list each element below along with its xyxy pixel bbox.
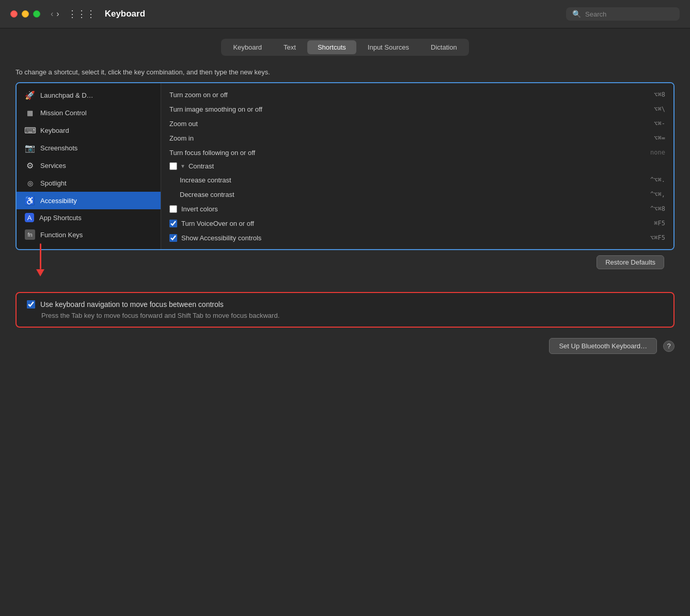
shortcut-label: Zoom in: [169, 134, 650, 142]
voiceover-checkbox[interactable]: [169, 220, 177, 227]
shortcut-key: ^⌥⌘8: [650, 205, 665, 212]
search-input[interactable]: [585, 10, 668, 18]
screenshots-icon: 📷: [25, 143, 35, 153]
shortcuts-panel: 🚀 Launchpad & D… ▦ Mission Control ⌨ Key…: [15, 82, 675, 250]
search-bar[interactable]: 🔍: [566, 7, 680, 21]
traffic-lights: [10, 10, 40, 18]
keyboard-nav-row: Use keyboard navigation to move focus be…: [27, 300, 663, 309]
tabs: Keyboard Text Shortcuts Input Sources Di…: [221, 39, 468, 56]
main-content: Keyboard Text Shortcuts Input Sources Di…: [0, 28, 690, 364]
forward-arrow[interactable]: ›: [56, 9, 59, 19]
sidebar-item-spotlight[interactable]: ◎ Spotlight: [17, 174, 161, 192]
shortcut-label: Decrease contrast: [169, 191, 646, 198]
titlebar: ‹ › ⋮⋮⋮ Keyboard 🔍: [0, 0, 690, 28]
shortcut-label: Zoom out: [169, 120, 650, 128]
right-panel: Turn zoom on or off ⌥⌘8 Turn image smoot…: [161, 83, 673, 249]
sidebar-item-app-shortcuts[interactable]: A App Shortcuts: [17, 209, 161, 226]
sidebar-item-label: Function Keys: [40, 231, 83, 239]
sidebar-item-function-keys[interactable]: fn Function Keys: [17, 226, 161, 243]
tab-keyboard[interactable]: Keyboard: [223, 40, 272, 54]
accessibility-controls-checkbox[interactable]: [169, 234, 177, 242]
setup-bluetooth-button[interactable]: Set Up Bluetooth Keyboard…: [549, 338, 657, 354]
search-icon: 🔍: [572, 10, 581, 18]
tab-text[interactable]: Text: [273, 40, 306, 54]
sidebar-item-screenshots[interactable]: 📷 Screenshots: [17, 139, 161, 157]
spotlight-icon: ◎: [25, 178, 35, 188]
services-icon: ⚙: [25, 160, 35, 171]
invert-colors-checkbox[interactable]: [169, 205, 177, 213]
arrow-annotation: [36, 243, 44, 276]
maximize-button[interactable]: [33, 10, 40, 18]
sidebar-item-label: Mission Control: [40, 109, 87, 117]
tab-dictation[interactable]: Dictation: [420, 40, 467, 54]
shortcut-row-zoom-in[interactable]: Zoom in ⌥⌘=: [161, 131, 673, 145]
tab-shortcuts[interactable]: Shortcuts: [307, 40, 356, 54]
window-title: Keyboard: [105, 9, 560, 19]
sidebar-item-label: Launchpad & D…: [40, 91, 93, 99]
sidebar-item-label: Accessibility: [40, 197, 77, 205]
shortcut-row-invert-colors[interactable]: Invert colors ^⌥⌘8: [161, 202, 673, 216]
shortcut-key: ⌥⌘-: [654, 120, 665, 127]
keyboard-nav-description: Press the Tab key to move focus forward …: [27, 312, 663, 319]
sidebar-item-label: Screenshots: [40, 144, 77, 152]
instruction-text: To change a shortcut, select it, click t…: [15, 68, 675, 76]
back-arrow[interactable]: ‹: [51, 9, 53, 19]
shortcut-label: Invert colors: [181, 205, 646, 213]
shortcut-label: Turn image smoothing on or off: [169, 105, 650, 113]
grid-icon[interactable]: ⋮⋮⋮: [68, 8, 96, 20]
chevron-down-icon: ▼: [180, 163, 185, 169]
launchpad-icon: 🚀: [25, 90, 35, 100]
sidebar-item-keyboard[interactable]: ⌨ Keyboard: [17, 121, 161, 139]
shortcut-row-focus-following[interactable]: Turn focus following on or off none: [161, 145, 673, 160]
contrast-checkbox[interactable]: [169, 162, 177, 170]
sidebar-item-label: Spotlight: [40, 179, 67, 187]
restore-defaults-row: Restore Defaults: [15, 250, 675, 271]
shortcut-key: ⌥⌘=: [654, 134, 665, 142]
sidebar: 🚀 Launchpad & D… ▦ Mission Control ⌨ Key…: [17, 83, 161, 249]
keyboard-nav-checkbox[interactable]: [27, 300, 35, 309]
keyboard-nav-section: Use keyboard navigation to move focus be…: [15, 292, 675, 328]
tab-input-sources[interactable]: Input Sources: [357, 40, 419, 54]
shortcut-row-zoom-onoff[interactable]: Turn zoom on or off ⌥⌘8: [161, 87, 673, 102]
section-label: Contrast: [189, 162, 214, 170]
restore-defaults-button[interactable]: Restore Defaults: [597, 255, 664, 269]
shortcut-key: ⌥⌘\: [654, 105, 665, 113]
shortcut-key: ^⌥⌘,: [650, 191, 665, 198]
accessibility-icon: ♿: [25, 195, 35, 206]
function-keys-icon: fn: [25, 229, 35, 240]
section-contrast[interactable]: ▼ Contrast: [161, 160, 673, 173]
close-button[interactable]: [10, 10, 18, 18]
shortcut-label: Turn VoiceOver on or off: [181, 220, 650, 227]
shortcut-key: none: [650, 149, 665, 156]
shortcut-row-increase-contrast[interactable]: Increase contrast ^⌥⌘.: [161, 173, 673, 187]
mission-control-icon: ▦: [25, 107, 35, 118]
shortcut-row-voiceover[interactable]: Turn VoiceOver on or off ⌘F5: [161, 216, 673, 230]
shortcut-label: Increase contrast: [169, 176, 646, 184]
keyboard-nav-label: Use keyboard navigation to move focus be…: [40, 300, 224, 309]
shortcut-key: ⌥⌘F5: [650, 234, 665, 241]
minimize-button[interactable]: [22, 10, 29, 18]
shortcut-key: ⌘F5: [654, 220, 665, 227]
shortcut-label: Turn zoom on or off: [169, 91, 650, 99]
nav-arrows: ‹ ›: [51, 9, 59, 19]
keyboard-icon: ⌨: [25, 125, 35, 135]
shortcut-key: ^⌥⌘.: [650, 176, 665, 183]
shortcut-row-accessibility-controls[interactable]: Show Accessibility controls ⌥⌘F5: [161, 230, 673, 245]
sidebar-item-mission-control[interactable]: ▦ Mission Control: [17, 104, 161, 121]
sidebar-item-label: App Shortcuts: [39, 214, 82, 222]
help-button[interactable]: ?: [663, 341, 675, 352]
sidebar-item-launchpad[interactable]: 🚀 Launchpad & D…: [17, 86, 161, 104]
shortcut-row-zoom-out[interactable]: Zoom out ⌥⌘-: [161, 116, 673, 131]
shortcut-row-image-smoothing[interactable]: Turn image smoothing on or off ⌥⌘\: [161, 102, 673, 116]
shortcut-label: Show Accessibility controls: [181, 234, 646, 242]
shortcut-key: ⌥⌘8: [654, 91, 665, 98]
sidebar-item-label: Keyboard: [40, 127, 69, 134]
bottom-buttons: Set Up Bluetooth Keyboard… ?: [15, 338, 675, 354]
sidebar-item-accessibility[interactable]: ♿ Accessibility: [17, 192, 161, 209]
shortcut-label: Turn focus following on or off: [169, 149, 646, 157]
sidebar-item-label: Services: [40, 162, 66, 170]
shortcut-row-decrease-contrast[interactable]: Decrease contrast ^⌥⌘,: [161, 187, 673, 202]
app-shortcuts-icon: A: [25, 213, 34, 222]
sidebar-item-services[interactable]: ⚙ Services: [17, 157, 161, 174]
